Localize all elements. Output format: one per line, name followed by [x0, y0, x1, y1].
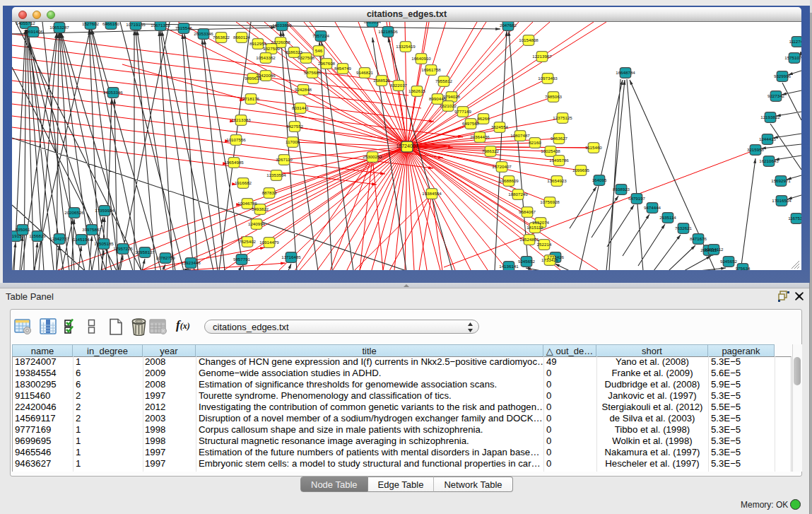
svg-text:16914479: 16914479 [259, 240, 279, 245]
svg-text:9329996: 9329996 [774, 74, 792, 78]
svg-text:9427552: 9427552 [286, 124, 304, 129]
svg-text:10025438: 10025438 [541, 148, 560, 153]
svg-text:1167534: 1167534 [788, 216, 801, 221]
svg-text:9684067: 9684067 [519, 209, 536, 214]
svg-text:14055712: 14055712 [16, 22, 35, 25]
svg-text:13325419: 13325419 [396, 44, 416, 49]
svg-text:10719155: 10719155 [126, 22, 146, 27]
svg-text:1527602: 1527602 [82, 22, 100, 26]
svg-text:10756928: 10756928 [540, 199, 560, 204]
svg-text:19218506: 19218506 [378, 29, 398, 34]
svg-text:1099695: 1099695 [572, 168, 590, 173]
svg-text:3624554: 3624554 [491, 124, 509, 129]
svg-text:887833: 887833 [262, 190, 277, 195]
svg-text:20364436: 20364436 [470, 134, 490, 139]
svg-text:8186323: 8186323 [286, 49, 303, 54]
svg-text:26053346: 26053346 [194, 31, 213, 36]
svg-text:9245652: 9245652 [720, 259, 738, 264]
svg-text:16648784: 16648784 [616, 70, 635, 75]
svg-text:9474444: 9474444 [644, 205, 661, 210]
svg-text:2967608: 2967608 [318, 61, 336, 66]
svg-text:10973493: 10973493 [538, 76, 558, 81]
svg-text:9777169: 9777169 [454, 109, 472, 114]
svg-text:8938923: 8938923 [613, 187, 630, 192]
svg-text:9245652: 9245652 [518, 259, 536, 264]
svg-text:9227342: 9227342 [767, 93, 785, 98]
svg-text:5875685: 5875685 [304, 70, 322, 75]
svg-text:20206526: 20206526 [64, 210, 84, 215]
svg-text:10654112: 10654112 [704, 247, 724, 252]
svg-text:17957225: 17957225 [113, 246, 133, 251]
svg-text:16961758: 16961758 [421, 67, 441, 72]
svg-text:14136141: 14136141 [499, 264, 519, 269]
svg-text:117006: 117006 [286, 139, 300, 144]
svg-text:7663822: 7663822 [213, 35, 230, 40]
svg-text:12213967: 12213967 [532, 54, 552, 59]
svg-text:8031441: 8031441 [292, 105, 310, 110]
svg-text:10107556: 10107556 [226, 137, 246, 142]
svg-text:12193822: 12193822 [760, 115, 780, 119]
svg-text:546: 546 [315, 48, 323, 53]
svg-text:15720407: 15720407 [492, 164, 512, 169]
svg-text:46266: 46266 [477, 116, 490, 121]
svg-text:1612074: 1612074 [532, 220, 550, 225]
svg-text:7357224: 7357224 [312, 33, 330, 38]
svg-text:7986322: 7986322 [482, 148, 500, 153]
svg-text:15692971: 15692971 [771, 178, 791, 183]
svg-text:1112744: 1112744 [789, 39, 801, 44]
svg-text:9327509: 9327509 [263, 46, 281, 51]
svg-text:10958137: 10958137 [135, 250, 155, 255]
svg-text:8471676: 8471676 [690, 236, 707, 241]
svg-text:15495786: 15495786 [549, 158, 569, 163]
svg-text:13524851: 13524851 [519, 237, 539, 242]
svg-text:13716485: 13716485 [281, 255, 301, 259]
svg-text:3919158: 3919158 [12, 233, 25, 238]
svg-text:8813054: 8813054 [364, 22, 382, 24]
svg-text:25300293: 25300293 [363, 154, 382, 159]
svg-text:19384554: 19384554 [422, 191, 442, 196]
svg-text:23226058: 23226058 [271, 40, 290, 45]
svg-text:10671355: 10671355 [151, 23, 170, 28]
svg-text:3215958: 3215958 [747, 147, 765, 152]
svg-text:12375125: 12375125 [553, 115, 572, 120]
svg-text:15751074: 15751074 [784, 55, 801, 60]
svg-text:16210643: 16210643 [759, 158, 779, 163]
svg-text:9327508: 9327508 [298, 55, 315, 60]
svg-text:1244415: 1244415 [759, 136, 777, 141]
svg-text:1621022: 1621022 [440, 103, 457, 108]
svg-text:2047682: 2047682 [500, 23, 517, 28]
svg-text:16033809: 16033809 [272, 23, 292, 28]
svg-text:6466160: 6466160 [102, 22, 120, 26]
svg-text:12213383: 12213383 [231, 117, 251, 122]
svg-text:1733426: 1733426 [541, 257, 559, 262]
svg-text:10154808: 10154808 [519, 37, 539, 42]
svg-text:13654923: 13654923 [547, 178, 567, 183]
svg-text:12505185: 12505185 [94, 241, 114, 246]
svg-text:5493822: 5493822 [252, 206, 269, 211]
svg-text:7485063: 7485063 [545, 94, 563, 99]
svg-text:1362615: 1362615 [408, 88, 426, 93]
svg-text:7625402: 7625402 [239, 239, 257, 244]
svg-text:12353594: 12353594 [266, 173, 286, 177]
svg-text:8454749: 8454749 [334, 66, 352, 71]
svg-text:18807249: 18807249 [508, 192, 528, 197]
svg-text:9857791: 9857791 [233, 257, 251, 262]
svg-text:20691406: 20691406 [23, 29, 43, 34]
svg-text:10653287: 10653287 [49, 25, 69, 30]
svg-text:6497568: 6497568 [462, 121, 480, 126]
svg-text:7955812: 7955812 [435, 78, 453, 83]
svg-text:8660124: 8660124 [233, 35, 251, 40]
svg-text:1240994: 1240994 [248, 221, 266, 226]
svg-text:1916682: 1916682 [235, 180, 252, 185]
svg-text:535061: 535061 [16, 227, 30, 232]
svg-text:39975867: 39975867 [82, 227, 102, 232]
svg-text:1588520: 1588520 [373, 78, 391, 83]
svg-text:1156829: 1156829 [29, 233, 46, 238]
svg-text:9115460: 9115460 [585, 145, 602, 150]
svg-text:10782759: 10782759 [155, 255, 175, 260]
svg-text:9242848: 9242848 [295, 87, 312, 92]
svg-text:16640910: 16640910 [411, 56, 431, 61]
svg-text:10046786: 10046786 [237, 201, 257, 206]
svg-text:9463627: 9463627 [551, 136, 568, 141]
svg-text:17359924: 17359924 [95, 208, 114, 213]
